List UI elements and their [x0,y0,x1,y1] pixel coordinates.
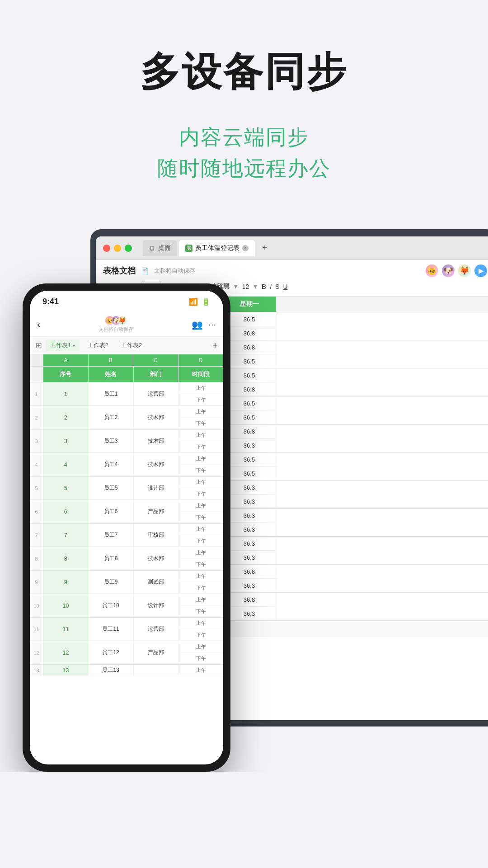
phone-cell-time-1-1: 下午 [178,418,223,429]
tab-spreadsheet[interactable]: 表 员工体温登记表 × [179,240,255,256]
tab-close-icon[interactable]: × [242,245,249,251]
phone-cell-time-3-1: 下午 [178,465,223,476]
bold-button[interactable]: B [262,283,266,290]
phone-cell-time-10-1: 下午 [178,629,223,641]
autosave-text: 文档将自动保存 [154,267,195,275]
underline-button[interactable]: U [283,283,287,290]
font-size-dropdown-icon[interactable]: ▼ [253,283,258,290]
font-dropdown-icon[interactable]: ▼ [233,283,239,290]
phone-cell-time-8-0: 上午 [178,571,223,582]
phone-row-10: 1111员工11运营部上午下午 [30,618,223,641]
phone-cell-seq-9: 10 [43,594,89,617]
phone-row-num-0: 1 [30,382,43,406]
phone-cell-name-7: 员工8 [89,547,134,570]
strikethrough-button[interactable]: S [275,283,279,290]
ph-corner [30,354,43,366]
phone-toolbar-right: 👥 ··· [192,319,216,330]
window-tabs: 🖥 桌面 表 员工体温登记表 × + [143,240,271,256]
phone-row-9: 1010员工10设计部上午下午 [30,594,223,618]
phone-row-num-2: 3 [30,429,43,453]
phone-members-icon[interactable]: 👥 [192,319,203,330]
traffic-light-red[interactable] [103,245,110,252]
phone-cell-dept-1: 技术部 [134,406,179,429]
back-button[interactable]: ‹ [37,319,40,330]
phone-col-header: A B C D [30,354,223,367]
phone-cell-time-5-1: 下午 [178,512,223,523]
phone-tab-1[interactable]: 工作表1 ▾ [46,340,80,351]
phone-tab-2[interactable]: 工作表2 [83,340,113,351]
avatar-4: ▶ [474,264,488,278]
phone-cell-time-7-1: 下午 [178,559,223,570]
phone-tab-1-arrow: ▾ [73,343,75,348]
phone-cell-name-8: 员工9 [89,571,134,594]
phone-tab-3[interactable]: 工作表2 [117,340,146,351]
phone-avatar-3: 🦊 [118,316,127,325]
phone-screen: 9:41 📶 🔋 ‹ 🐱 🐶 🦊 文档将自动保存 [30,291,223,764]
phone-cell-seq-0: 1 [43,382,89,406]
phone-time: 9:41 [42,297,59,307]
phone-row-num-12: 13 [30,665,43,676]
phone-cell-time-0-1: 下午 [178,394,223,406]
phone-row-num-1: 2 [30,406,43,429]
phone-cell-seq-2: 3 [43,429,89,453]
traffic-light-yellow[interactable] [114,245,121,252]
phone-cell-dept-5: 产品部 [134,500,179,523]
phone-cell-time-2-0: 上午 [178,429,223,441]
phone-cell-dept-10: 运营部 [134,618,179,641]
phone-cell-seq-3: 4 [43,453,89,476]
phone-row-num-6: 7 [30,524,43,547]
phone-sheet-tabs: ⊞ 工作表1 ▾ 工作表2 工作表2 + [30,337,223,354]
phone-row-num-5: 6 [30,500,43,523]
ph-header-name: 姓名 [89,367,134,382]
phone-cell-time-1-0: 上午 [178,406,223,418]
ph-col-c: C [133,354,178,366]
phone-layers-icon: ⊞ [35,340,42,350]
traffic-light-green[interactable] [125,245,132,252]
font-size[interactable]: 12 [242,283,249,290]
phone-more-icon[interactable]: ··· [208,319,216,330]
phone-cell-time-9-1: 下午 [178,606,223,617]
phone-cell-time-5-0: 上午 [178,500,223,512]
italic-button[interactable]: I [270,283,272,290]
phone-row-num-10: 11 [30,618,43,641]
phone-cell-name-11: 员工12 [89,641,134,664]
avatar-1: 🐱 [425,264,439,278]
phone-cell-dept-12 [134,665,179,676]
phone-add-tab-button[interactable]: + [212,340,218,351]
phone-cell-name-2: 员工3 [89,429,134,453]
phone-cell-time-7-0: 上午 [178,547,223,559]
phone-data-header: 序号 姓名 部门 时间段 [30,367,223,382]
phone-cell-name-4: 员工5 [89,476,134,500]
device-showcase: 🖥 桌面 表 员工体温登记表 × + 表格文档 📄 文档将自动保存 [0,229,488,772]
phone-cell-time-6-0: 上午 [178,524,223,535]
phone-cell-time-0-0: 上午 [178,382,223,394]
avatar-2: 🐶 [441,264,455,278]
phone-cell-seq-10: 11 [43,618,89,641]
phone-cell-time-2-1: 下午 [178,441,223,453]
phone-status-icons: 📶 🔋 [189,297,211,306]
phone-cell-dept-7: 技术部 [134,547,179,570]
tab-add-button[interactable]: + [258,242,271,255]
ph-col-b: B [89,354,134,366]
window-chrome: 🖥 桌面 表 员工体温登记表 × + [96,236,488,260]
ph-header-seq: 序号 [43,367,89,382]
phone-device: 9:41 📶 🔋 ‹ 🐱 🐶 🦊 文档将自动保存 [23,283,230,772]
phone-cell-seq-5: 6 [43,500,89,523]
phone-row-num-9: 10 [30,594,43,617]
hero-title: 多设备同步 [27,45,461,99]
hero-section: 多设备同步 内容云端同步 随时随地远程办公 [0,0,488,211]
phone-cell-seq-8: 9 [43,571,89,594]
phone-row-num-3: 4 [30,453,43,476]
toolbar-row1: 表格文档 📄 文档将自动保存 🐱 🐶 🦊 ▶ [103,264,488,278]
phone-cell-time-3-0: 上午 [178,453,223,465]
phone-cell-seq-7: 8 [43,547,89,570]
phone-cell-time-4-0: 上午 [178,476,223,488]
phone-cell-seq-6: 7 [43,524,89,547]
col-e-header: 星期一 [222,297,277,312]
ph-header-time: 时间段 [178,367,223,382]
phone-cell-time-4-1: 下午 [178,488,223,500]
phone-app-bar: ‹ 🐱 🐶 🦊 文档将自动保存 👥 ··· [30,312,223,337]
phone-cell-dept-2: 技术部 [134,429,179,453]
phone-row-7: 88员工8技术部上午下午 [30,547,223,571]
tab-desktop[interactable]: 🖥 桌面 [143,240,177,256]
